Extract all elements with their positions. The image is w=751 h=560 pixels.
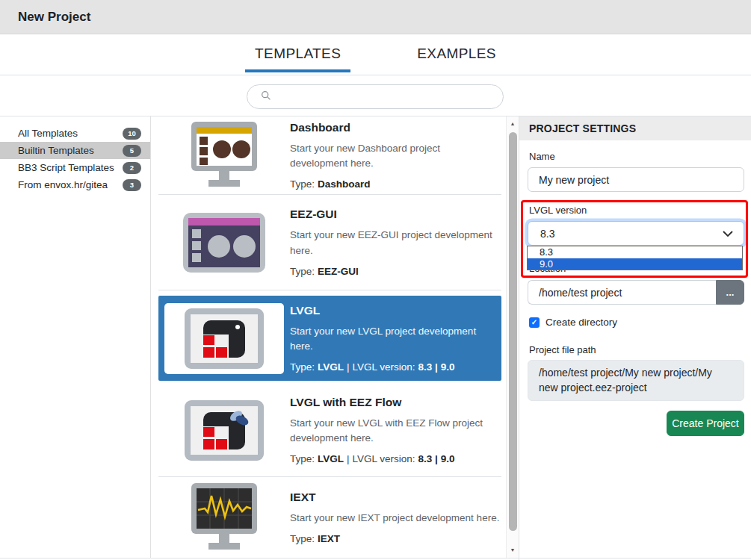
template-title: LVGL with EEZ Flow	[290, 396, 501, 409]
project-file-path-label: Project file path	[529, 344, 596, 355]
template-title: EEZ-GUI	[290, 208, 501, 221]
create-directory-label: Create directory	[546, 317, 617, 328]
template-type-line: Type:EEZ-GUI	[290, 266, 501, 277]
count-badge: 5	[123, 145, 141, 157]
template-description: Start your new LVGL project development …	[290, 324, 501, 355]
template-list-scrollbar[interactable]: ▲ ▼	[506, 116, 519, 558]
sidebar-item-bb3-script-templates[interactable]: BB3 Script Templates 2	[0, 159, 150, 176]
template-title: IEXT	[290, 491, 501, 504]
sidebar-item-label: Builtin Templates	[18, 145, 123, 156]
dropdown-option-9-0[interactable]: 9.0	[528, 258, 742, 270]
lvgl-flow-logo-icon	[158, 395, 290, 466]
browse-button[interactable]: ...	[716, 280, 744, 305]
template-row-lvgl-wrap: LVGL Start your new LVGL project develop…	[158, 290, 501, 384]
project-name-input[interactable]	[528, 167, 744, 192]
lvgl-logo-icon	[158, 303, 290, 374]
count-badge: 2	[123, 162, 141, 174]
template-description: Start your new EEZ-GUI project developme…	[290, 228, 501, 258]
template-description: Start your new IEXT project development …	[290, 511, 501, 526]
name-label: Name	[529, 151, 555, 162]
search-bar	[0, 75, 751, 116]
project-file-path-value: /home/test project/My new project/My new…	[528, 360, 744, 401]
window-title: New Project	[18, 10, 90, 25]
template-title: LVGL	[290, 304, 501, 317]
location-input[interactable]	[528, 280, 716, 305]
panel-title: PROJECT SETTINGS	[519, 116, 751, 140]
template-row-lvgl-eez-flow[interactable]: LVGL with EEZ Flow Start your new LVGL w…	[158, 384, 501, 477]
sidebar-item-label: BB3 Script Templates	[18, 162, 123, 173]
sidebar-item-all-templates[interactable]: All Templates 10	[0, 125, 150, 142]
lvgl-version-dropdown-menu: 8.3 9.0	[527, 246, 743, 270]
template-type-line: Type:LVGL|LVGL version:8.3 | 9.0	[290, 453, 501, 464]
lvgl-version-selected-value: 8.3	[540, 228, 723, 240]
count-badge: 10	[123, 128, 141, 140]
create-directory-checkbox[interactable]: ✓	[529, 317, 540, 328]
sidebar-item-from-envox-gitea[interactable]: From envox.hr/gitea 3	[0, 176, 150, 193]
scroll-down-icon[interactable]: ▼	[507, 544, 519, 556]
template-type-line: Type:LVGL|LVGL version:8.3 | 9.0	[290, 361, 501, 373]
eez-gui-screen-icon	[158, 213, 290, 273]
search-box[interactable]	[247, 84, 504, 109]
count-badge: 3	[123, 179, 141, 191]
sidebar-item-builtin-templates[interactable]: Builtin Templates 5	[0, 142, 150, 159]
chevron-down-icon	[723, 228, 733, 240]
create-project-button[interactable]: Create Project	[667, 411, 744, 436]
template-description: Start your new Dashboard project develop…	[290, 141, 501, 172]
window-bottom-edge	[0, 558, 751, 559]
template-type-line: Type:Dashboard	[290, 178, 501, 190]
template-description: Start your new LVGL with EEZ Flow projec…	[290, 416, 501, 447]
scrollbar-thumb[interactable]	[509, 132, 517, 531]
lvgl-version-select[interactable]: 8.3	[528, 221, 744, 246]
tab-templates[interactable]: TEMPLATES	[245, 46, 350, 72]
template-type-line: Type:IEXT	[290, 533, 501, 544]
create-directory-row[interactable]: ✓ Create directory	[529, 317, 617, 328]
location-field-group: ...	[528, 280, 744, 305]
dashboard-monitor-icon	[158, 122, 290, 189]
template-row-dashboard[interactable]: Dashboard Start your new Dashboard proje…	[158, 116, 501, 195]
search-icon	[261, 90, 271, 104]
iext-oscilloscope-icon	[158, 483, 290, 552]
tab-examples[interactable]: EXAMPLES	[407, 46, 506, 72]
scroll-up-icon[interactable]: ▲	[507, 118, 519, 130]
search-input[interactable]	[277, 91, 503, 103]
template-filter-sidebar: All Templates 10 Builtin Templates 5 BB3…	[0, 116, 151, 558]
template-title: Dashboard	[290, 121, 501, 134]
dropdown-option-8-3[interactable]: 8.3	[528, 246, 742, 258]
template-list: Dashboard Start your new Dashboard proje…	[151, 116, 506, 558]
sidebar-item-label: From envox.hr/gitea	[18, 179, 123, 190]
sidebar-item-label: All Templates	[18, 128, 123, 139]
window-header: New Project	[0, 0, 751, 34]
template-row-iext[interactable]: IEXT Start your new IEXT project develop…	[158, 477, 501, 558]
lvgl-version-label: LVGL version	[529, 205, 587, 216]
project-settings-panel: PROJECT SETTINGS Name LVGL version 8.3 L…	[519, 116, 751, 560]
template-row-eez-gui[interactable]: EEZ-GUI Start your new EEZ-GUI project d…	[158, 195, 501, 290]
template-row-lvgl[interactable]: LVGL Start your new LVGL project develop…	[158, 296, 501, 381]
tabs-bar: TEMPLATES EXAMPLES	[0, 34, 751, 75]
